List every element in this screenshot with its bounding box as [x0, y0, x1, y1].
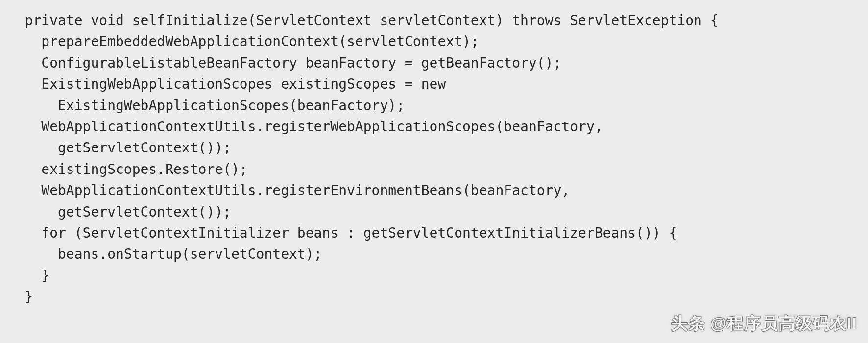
code-line: private void selfInitialize(ServletConte…	[0, 10, 868, 31]
code-line: prepareEmbeddedWebApplicationContext(ser…	[0, 31, 868, 52]
code-line: }	[0, 286, 868, 307]
code-line: WebApplicationContextUtils.registerEnvir…	[0, 180, 868, 201]
code-line: ExistingWebApplicationScopes(beanFactory…	[0, 95, 868, 116]
code-line: WebApplicationContextUtils.registerWebAp…	[0, 116, 868, 137]
code-line: }	[0, 265, 868, 286]
code-line: beans.onStartup(servletContext);	[0, 244, 868, 265]
code-block: private void selfInitialize(ServletConte…	[0, 0, 868, 307]
code-line: ExistingWebApplicationScopes existingSco…	[0, 74, 868, 95]
code-line: existingScopes.Restore();	[0, 159, 868, 180]
code-line: for (ServletContextInitializer beans : g…	[0, 222, 868, 244]
code-line: getServletContext());	[0, 137, 868, 158]
code-line: ConfigurableListableBeanFactory beanFact…	[0, 52, 868, 74]
code-line: getServletContext());	[0, 201, 868, 222]
watermark-text: 头条 @程序员高级码农II	[671, 310, 858, 336]
